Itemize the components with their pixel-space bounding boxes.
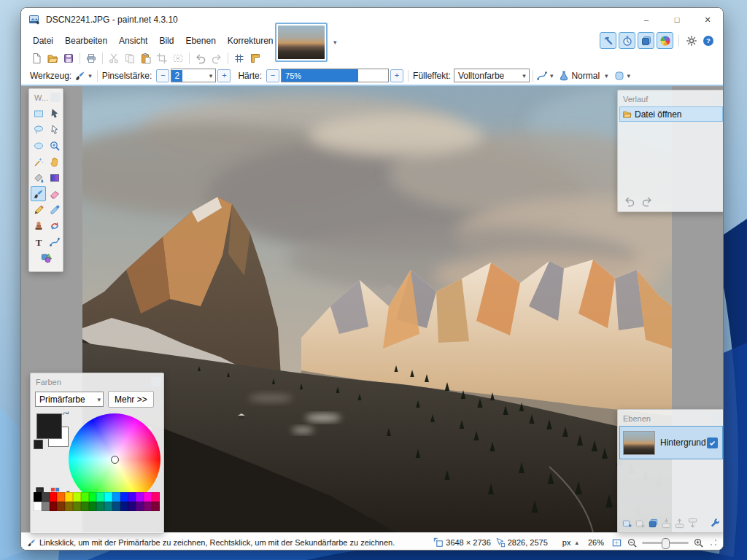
hardness-minus-button[interactable]: −: [266, 69, 279, 82]
zoom-in-button[interactable]: [693, 537, 704, 548]
close-icon[interactable]: [712, 94, 722, 104]
palette-swatch[interactable]: [104, 492, 112, 502]
tool-shapes[interactable]: [34, 250, 59, 265]
palette-swatch[interactable]: [50, 492, 58, 502]
save-button[interactable]: [61, 50, 77, 66]
tool-text[interactable]: T: [31, 234, 46, 249]
tool-gradient[interactable]: [47, 170, 62, 185]
close-icon[interactable]: [151, 377, 161, 386]
palette-swatch[interactable]: [89, 502, 97, 511]
smoothing-curve-icon[interactable]: [536, 70, 548, 82]
ruler-button[interactable]: [247, 50, 263, 66]
palette-swatch[interactable]: [144, 502, 152, 511]
tool-dropdown-chevron-icon[interactable]: ▾: [88, 72, 92, 79]
cut-button[interactable]: [106, 50, 122, 66]
redo-history-button[interactable]: [641, 195, 653, 207]
palette-swatch[interactable]: [89, 492, 97, 502]
palette-swatch[interactable]: [152, 492, 160, 502]
primary-color-swatch[interactable]: [36, 413, 62, 439]
paste-button[interactable]: [138, 50, 154, 66]
brush-width-combo[interactable]: 2 ▾: [171, 69, 216, 82]
palette-swatch[interactable]: [96, 502, 104, 511]
hardness-plus-button[interactable]: +: [390, 69, 403, 82]
delete-layer-button[interactable]: [635, 518, 646, 529]
chevron-down-icon[interactable]: ▾: [605, 72, 608, 79]
tool-rectangle-select[interactable]: [31, 106, 46, 121]
deselect-button[interactable]: [170, 50, 186, 66]
hardness-field[interactable]: 75%: [281, 69, 389, 82]
history-panel-header[interactable]: Verlauf: [618, 90, 724, 106]
palette-swatch[interactable]: [112, 492, 120, 502]
undo-history-button[interactable]: [624, 195, 635, 207]
palette-swatch[interactable]: [128, 502, 136, 511]
layer-visibility-checkbox[interactable]: [707, 438, 718, 448]
antialiasing-icon[interactable]: [614, 70, 625, 82]
move-layer-up-button[interactable]: [674, 518, 685, 529]
palette-swatch[interactable]: [81, 492, 89, 502]
tool-eraser[interactable]: [47, 186, 62, 201]
palette-swatch[interactable]: [152, 502, 160, 511]
tool-pan[interactable]: [47, 154, 62, 169]
tool-move-selection[interactable]: [47, 122, 62, 137]
layers-panel-header[interactable]: Ebenen: [618, 410, 724, 425]
crop-to-selection-button[interactable]: [154, 50, 170, 66]
redo-button[interactable]: [209, 50, 225, 66]
menu-item-ebenen[interactable]: Ebenen: [179, 31, 221, 50]
tool-clone-stamp[interactable]: [31, 218, 46, 233]
minimize-button[interactable]: –: [631, 8, 662, 31]
palette-swatch[interactable]: [120, 492, 128, 502]
chevron-down-icon[interactable]: ▾: [627, 72, 631, 79]
reset-colors-swatch[interactable]: [34, 440, 43, 449]
close-icon[interactable]: [712, 413, 722, 423]
toggle-layers-panel-button[interactable]: [638, 32, 654, 49]
brush-width-minus-button[interactable]: −: [156, 69, 169, 82]
layer-row-hintergrund[interactable]: Hintergrund: [619, 426, 723, 459]
image-list-chevron-icon[interactable]: ▾: [333, 39, 337, 46]
toggle-colors-panel-button[interactable]: [657, 32, 673, 49]
maximize-button[interactable]: □: [662, 8, 692, 31]
print-button[interactable]: [83, 50, 99, 66]
palette-swatch[interactable]: [73, 502, 81, 511]
image-tab-thumbnail[interactable]: [275, 23, 328, 62]
tool-paint-bucket[interactable]: [31, 170, 46, 185]
palette-swatch[interactable]: [144, 492, 152, 502]
move-layer-down-button[interactable]: [687, 518, 698, 529]
colors-panel-header[interactable]: Farben: [31, 373, 163, 389]
resize-grip[interactable]: [710, 539, 717, 546]
zoom-slider-thumb[interactable]: [662, 538, 670, 549]
tool-magic-wand[interactable]: [31, 154, 46, 169]
palette-swatch[interactable]: [81, 502, 89, 511]
fit-window-button[interactable]: [611, 537, 622, 548]
palette-swatch[interactable]: [128, 492, 136, 502]
fill-style-combo[interactable]: Volltonfarbe ▾: [454, 69, 530, 82]
palette-swatch[interactable]: [120, 502, 128, 511]
close-icon[interactable]: [50, 93, 61, 102]
palette-swatch[interactable]: [96, 492, 104, 502]
palette-swatch[interactable]: [42, 492, 50, 502]
close-button[interactable]: ✕: [692, 8, 723, 31]
palette-swatch[interactable]: [34, 492, 42, 502]
layer-properties-button[interactable]: [710, 518, 721, 529]
tool-color-picker[interactable]: [47, 202, 62, 217]
add-layer-button[interactable]: [622, 518, 632, 529]
grid-button[interactable]: [231, 50, 247, 66]
palette-swatch[interactable]: [73, 492, 81, 502]
copy-button[interactable]: [122, 50, 138, 66]
palette-swatch[interactable]: [65, 502, 73, 511]
tool-pencil[interactable]: [31, 202, 46, 217]
palette-swatch[interactable]: [136, 492, 144, 502]
blend-mode-value[interactable]: Normal: [571, 71, 600, 81]
settings-button[interactable]: [684, 34, 699, 48]
undo-button[interactable]: [193, 50, 209, 66]
toggle-tools-panel-button[interactable]: [600, 32, 616, 49]
tool-lasso-select[interactable]: [31, 122, 46, 137]
menu-item-bild[interactable]: Bild: [153, 31, 179, 50]
chevron-down-icon[interactable]: ▾: [550, 72, 554, 79]
new-file-button[interactable]: [28, 50, 44, 66]
tool-ellipse-select[interactable]: [31, 138, 46, 153]
canvas-photo-dolomites[interactable]: [82, 86, 672, 532]
duplicate-layer-button[interactable]: [648, 518, 659, 529]
tool-paintbrush[interactable]: [31, 186, 46, 201]
merge-layer-down-button[interactable]: [661, 518, 672, 529]
swap-colors-icon[interactable]: [61, 411, 70, 419]
